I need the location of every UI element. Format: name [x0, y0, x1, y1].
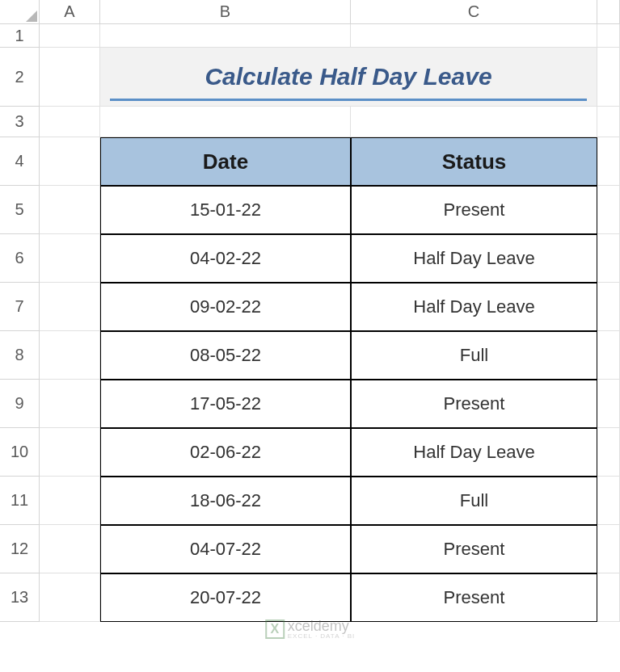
cell-c3[interactable] — [351, 107, 597, 137]
table-cell-date-5[interactable]: 02-06-22 — [100, 428, 351, 477]
row-header-1[interactable]: 1 — [0, 24, 40, 48]
select-all-corner[interactable] — [0, 0, 40, 24]
cell-d8[interactable] — [597, 331, 620, 380]
row-header-5[interactable]: 5 — [0, 186, 40, 234]
cell-a7[interactable] — [40, 283, 100, 331]
cell-d11[interactable] — [597, 477, 620, 525]
title-underline — [110, 99, 587, 101]
cell-a12[interactable] — [40, 525, 100, 573]
cell-d3[interactable] — [597, 107, 620, 137]
cell-d2[interactable] — [597, 48, 620, 107]
cell-a6[interactable] — [40, 234, 100, 283]
row-header-8[interactable]: 8 — [0, 331, 40, 380]
cell-a9[interactable] — [40, 380, 100, 428]
column-header-c[interactable]: C — [351, 0, 597, 24]
row-header-6[interactable]: 6 — [0, 234, 40, 283]
cell-a5[interactable] — [40, 186, 100, 234]
table-cell-status-0[interactable]: Present — [351, 186, 597, 234]
table-cell-date-0[interactable]: 15-01-22 — [100, 186, 351, 234]
cell-a11[interactable] — [40, 477, 100, 525]
cell-d10[interactable] — [597, 428, 620, 477]
cell-d13[interactable] — [597, 573, 620, 622]
cell-a4[interactable] — [40, 137, 100, 186]
cell-a2[interactable] — [40, 48, 100, 107]
table-cell-status-6[interactable]: Full — [351, 477, 597, 525]
cell-a8[interactable] — [40, 331, 100, 380]
table-cell-status-7[interactable]: Present — [351, 525, 597, 573]
table-cell-date-4[interactable]: 17-05-22 — [100, 380, 351, 428]
table-cell-date-3[interactable]: 08-05-22 — [100, 331, 351, 380]
cell-d9[interactable] — [597, 380, 620, 428]
row-header-11[interactable]: 11 — [0, 477, 40, 525]
select-all-triangle-icon — [26, 10, 37, 22]
table-cell-date-6[interactable]: 18-06-22 — [100, 477, 351, 525]
row-header-4[interactable]: 4 — [0, 137, 40, 186]
row-header-2[interactable]: 2 — [0, 48, 40, 107]
watermark-sub: EXCEL · DATA · BI — [288, 633, 356, 640]
table-cell-status-4[interactable]: Present — [351, 380, 597, 428]
title-text: Calculate Half Day Leave — [205, 63, 491, 90]
table-cell-status-3[interactable]: Full — [351, 331, 597, 380]
column-header-a[interactable]: A — [40, 0, 100, 24]
cell-d5[interactable] — [597, 186, 620, 234]
cell-b1[interactable] — [100, 24, 351, 48]
cell-d4[interactable] — [597, 137, 620, 186]
row-header-7[interactable]: 7 — [0, 283, 40, 331]
table-header-status[interactable]: Status — [351, 137, 597, 186]
table-cell-status-8[interactable]: Present — [351, 573, 597, 622]
cell-a1[interactable] — [40, 24, 100, 48]
watermark-logo-icon: X — [265, 620, 285, 639]
cell-d1[interactable] — [597, 24, 620, 48]
row-header-9[interactable]: 9 — [0, 380, 40, 428]
cell-a3[interactable] — [40, 107, 100, 137]
row-header-3[interactable]: 3 — [0, 107, 40, 137]
table-cell-date-2[interactable]: 09-02-22 — [100, 283, 351, 331]
row-header-13[interactable]: 13 — [0, 573, 40, 622]
table-cell-date-8[interactable]: 20-07-22 — [100, 573, 351, 622]
table-cell-status-2[interactable]: Half Day Leave — [351, 283, 597, 331]
column-header-b[interactable]: B — [100, 0, 351, 24]
cell-d7[interactable] — [597, 283, 620, 331]
cell-d12[interactable] — [597, 525, 620, 573]
row-header-10[interactable]: 10 — [0, 428, 40, 477]
cell-a10[interactable] — [40, 428, 100, 477]
table-header-date[interactable]: Date — [100, 137, 351, 186]
table-cell-status-5[interactable]: Half Day Leave — [351, 428, 597, 477]
cell-c1[interactable] — [351, 24, 597, 48]
cell-a13[interactable] — [40, 573, 100, 622]
spreadsheet-grid: A B C 1 2 Calculate Half Day Leave 3 4 D… — [0, 0, 620, 622]
cell-b3[interactable] — [100, 107, 351, 137]
svg-marker-0 — [26, 10, 37, 22]
table-cell-date-7[interactable]: 04-07-22 — [100, 525, 351, 573]
title-cell[interactable]: Calculate Half Day Leave — [100, 48, 597, 107]
column-header-blank[interactable] — [597, 0, 620, 24]
table-cell-date-1[interactable]: 04-02-22 — [100, 234, 351, 283]
table-cell-status-1[interactable]: Half Day Leave — [351, 234, 597, 283]
cell-d6[interactable] — [597, 234, 620, 283]
row-header-12[interactable]: 12 — [0, 525, 40, 573]
